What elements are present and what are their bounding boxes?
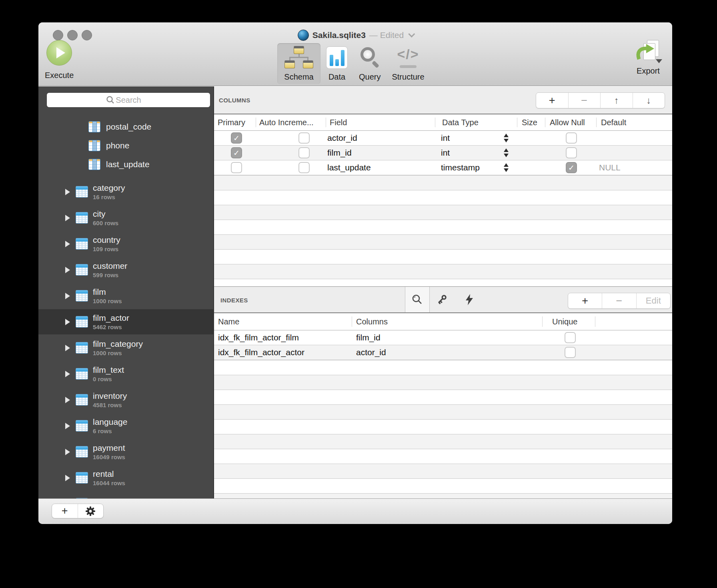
table-name: category bbox=[93, 183, 125, 193]
add-index-button[interactable]: + bbox=[568, 293, 602, 308]
chevron-down-icon[interactable] bbox=[409, 31, 415, 38]
sidebar-item-postal-code[interactable]: postal_code bbox=[38, 117, 213, 136]
header-allow-null: Allow Null bbox=[550, 118, 585, 127]
index-row-film[interactable]: idx_fk_film_actor_film film_id ✓ bbox=[214, 330, 672, 345]
table-row-count: 16 rows bbox=[93, 194, 125, 200]
sidebar-item-inventory[interactable]: inventory 4581 rows bbox=[38, 387, 213, 412]
primary-checkbox[interactable]: ✓ bbox=[231, 162, 242, 173]
tab-schema-label: Schema bbox=[284, 72, 313, 82]
bar-chart-icon bbox=[326, 45, 348, 70]
remove-index-button[interactable]: − bbox=[602, 293, 636, 308]
tab-query-label: Query bbox=[359, 72, 381, 82]
sidebar-item-category[interactable]: category 16 rows bbox=[38, 179, 213, 204]
table-icon bbox=[76, 316, 88, 328]
sidebar-item-payment[interactable]: payment 16049 rows bbox=[38, 439, 213, 464]
tab-schema[interactable]: Schema bbox=[277, 43, 320, 84]
auto-increment-checkbox[interactable]: ✓ bbox=[298, 132, 310, 144]
checkmark-icon: ✓ bbox=[568, 163, 575, 172]
table-name: payment bbox=[93, 443, 125, 453]
disclosure-triangle-icon[interactable] bbox=[65, 371, 70, 377]
table-icon bbox=[76, 420, 88, 432]
bottom-bar: + bbox=[38, 498, 672, 524]
header-index-columns: Columns bbox=[356, 317, 388, 326]
indexes-panel-title: INDEXES bbox=[220, 297, 248, 304]
index-row-actor[interactable]: idx_fk_film_actor_actor actor_id ✓ bbox=[214, 345, 672, 360]
sidebar-item-city[interactable]: city 600 rows bbox=[38, 205, 213, 230]
document-status[interactable]: — Edited bbox=[369, 30, 404, 40]
allow-null-checkbox[interactable]: ✓ bbox=[566, 162, 577, 173]
header-size: Size bbox=[522, 118, 537, 127]
column-name: last_update bbox=[106, 160, 150, 169]
table-icon bbox=[76, 186, 88, 198]
move-column-up-button[interactable]: ↑ bbox=[601, 93, 633, 108]
tab-data[interactable]: Data bbox=[320, 43, 353, 84]
checkmark-icon: ✓ bbox=[233, 134, 240, 142]
execute-button[interactable]: Execute bbox=[45, 40, 74, 80]
table-name: inventory bbox=[93, 391, 127, 401]
table-icon bbox=[76, 212, 88, 224]
disclosure-triangle-icon[interactable] bbox=[65, 319, 70, 325]
table-name: city bbox=[93, 209, 118, 219]
columns-panel-title: COLUMNS bbox=[219, 97, 250, 104]
actions-gear-button[interactable] bbox=[78, 504, 104, 518]
window-chrome: Sakila.sqlite3 — Edited Execute Schema bbox=[38, 22, 672, 86]
allow-null-checkbox[interactable]: ✓ bbox=[566, 147, 577, 158]
header-field: Field bbox=[330, 118, 347, 127]
header-default: Default bbox=[601, 118, 626, 127]
key-icon[interactable] bbox=[436, 294, 448, 306]
allow-null-checkbox[interactable]: ✓ bbox=[566, 132, 577, 144]
code-icon: </> bbox=[394, 45, 422, 70]
column-row-last-update[interactable]: ✓ ✓ last_update timestamp ✓ NULL bbox=[214, 160, 672, 175]
table-row-count: 109 rows bbox=[93, 246, 120, 252]
sidebar-item-film[interactable]: film 1000 rows bbox=[38, 283, 213, 308]
disclosure-triangle-icon[interactable] bbox=[65, 475, 70, 481]
add-column-button[interactable]: + bbox=[536, 93, 569, 108]
search-index-icon[interactable] bbox=[412, 294, 423, 305]
search-input[interactable] bbox=[46, 92, 210, 108]
data-type-stepper[interactable] bbox=[504, 134, 509, 142]
column-row-actor-id[interactable]: ✓ ✓ actor_id int ✓ bbox=[214, 131, 672, 146]
lightning-icon[interactable] bbox=[465, 294, 474, 306]
disclosure-triangle-icon[interactable] bbox=[65, 189, 70, 195]
sidebar-item-phone[interactable]: phone bbox=[38, 136, 213, 155]
primary-checkbox[interactable]: ✓ bbox=[231, 147, 242, 158]
sidebar-item-staff[interactable]: staff bbox=[38, 491, 213, 498]
disclosure-triangle-icon[interactable] bbox=[65, 267, 70, 273]
sidebar-item-film-text[interactable]: film_text 0 rows bbox=[38, 361, 213, 386]
disclosure-triangle-icon[interactable] bbox=[65, 241, 70, 247]
auto-increment-checkbox[interactable]: ✓ bbox=[298, 147, 310, 158]
unique-checkbox[interactable]: ✓ bbox=[565, 347, 576, 358]
disclosure-triangle-icon[interactable] bbox=[65, 449, 70, 455]
sidebar-item-country[interactable]: country 109 rows bbox=[38, 231, 213, 256]
tab-query[interactable]: Query bbox=[353, 43, 386, 84]
remove-column-button[interactable]: − bbox=[569, 93, 601, 108]
unique-checkbox[interactable]: ✓ bbox=[565, 332, 576, 343]
columns-empty-rows bbox=[214, 175, 672, 286]
app-window: Sakila.sqlite3 — Edited Execute Schema bbox=[38, 22, 672, 524]
data-type-stepper[interactable] bbox=[504, 148, 509, 157]
sidebar-item-rental[interactable]: rental 16044 rows bbox=[38, 465, 213, 490]
sidebar-item-customer[interactable]: customer 599 rows bbox=[38, 257, 213, 282]
disclosure-triangle-icon[interactable] bbox=[65, 397, 70, 403]
table-row-count: 1000 rows bbox=[93, 298, 122, 304]
data-type-stepper[interactable] bbox=[504, 163, 509, 172]
disclosure-triangle-icon[interactable] bbox=[65, 215, 70, 221]
table-icon bbox=[76, 342, 88, 354]
add-table-button[interactable]: + bbox=[52, 504, 78, 518]
sidebar-item-film-category[interactable]: film_category 1000 rows bbox=[38, 335, 213, 360]
sidebar-item-last-update[interactable]: last_update bbox=[38, 155, 213, 174]
disclosure-triangle-icon[interactable] bbox=[65, 423, 70, 429]
auto-increment-checkbox[interactable]: ✓ bbox=[298, 162, 310, 173]
export-button[interactable]: Export bbox=[631, 40, 665, 76]
sidebar-item-film-actor[interactable]: film_actor 5462 rows bbox=[38, 309, 213, 334]
index-name-cell: idx_fk_film_actor_film bbox=[218, 333, 299, 342]
tab-structure[interactable]: </> Structure bbox=[386, 43, 430, 84]
column-row-film-id[interactable]: ✓ ✓ film_id int ✓ bbox=[214, 146, 672, 160]
disclosure-triangle-icon[interactable] bbox=[65, 293, 70, 299]
disclosure-triangle-icon[interactable] bbox=[65, 345, 70, 351]
edit-index-button[interactable]: Edit bbox=[637, 293, 670, 308]
table-icon bbox=[76, 368, 88, 380]
sidebar-item-language[interactable]: language 6 rows bbox=[38, 413, 213, 438]
move-column-down-button[interactable]: ↓ bbox=[633, 93, 665, 108]
primary-checkbox[interactable]: ✓ bbox=[231, 132, 242, 144]
